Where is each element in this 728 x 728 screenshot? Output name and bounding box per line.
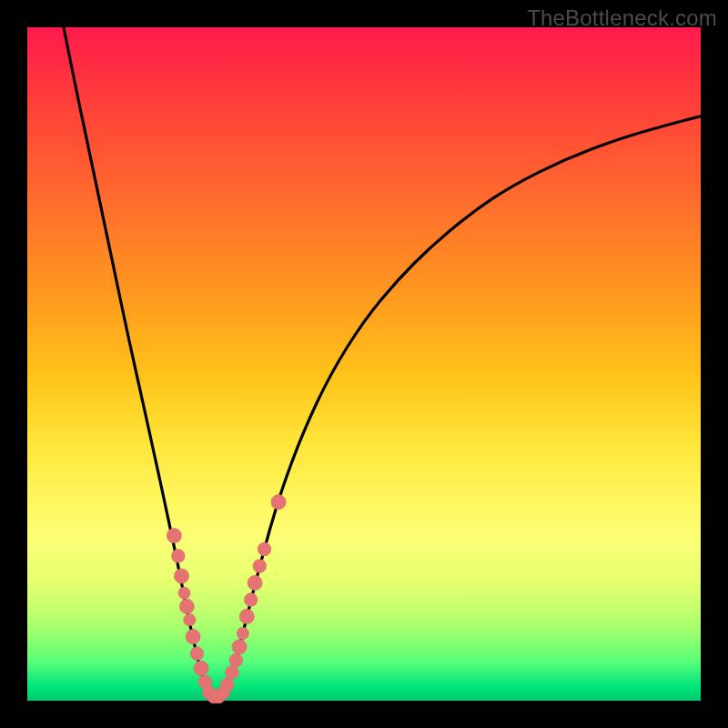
bottleneck-curve xyxy=(64,27,701,696)
data-marker xyxy=(167,529,181,543)
markers-group xyxy=(167,495,286,703)
data-marker xyxy=(220,678,234,692)
data-marker xyxy=(248,575,262,590)
data-marker xyxy=(226,666,239,680)
data-marker xyxy=(171,550,185,563)
data-marker xyxy=(184,614,196,626)
data-marker xyxy=(186,630,200,644)
data-marker xyxy=(232,640,247,654)
data-marker xyxy=(253,560,267,573)
chart-frame: TheBottleneck.com xyxy=(0,0,728,728)
data-marker xyxy=(271,495,286,510)
data-marker xyxy=(179,599,194,613)
data-marker xyxy=(174,569,188,583)
plot-area xyxy=(27,27,701,701)
chart-svg xyxy=(27,27,701,701)
data-marker xyxy=(237,627,248,639)
data-marker xyxy=(244,593,258,607)
data-marker xyxy=(190,647,204,661)
data-marker xyxy=(239,609,254,623)
data-marker xyxy=(178,587,190,599)
data-marker xyxy=(194,661,208,675)
data-marker xyxy=(258,542,271,556)
data-marker xyxy=(229,653,243,667)
